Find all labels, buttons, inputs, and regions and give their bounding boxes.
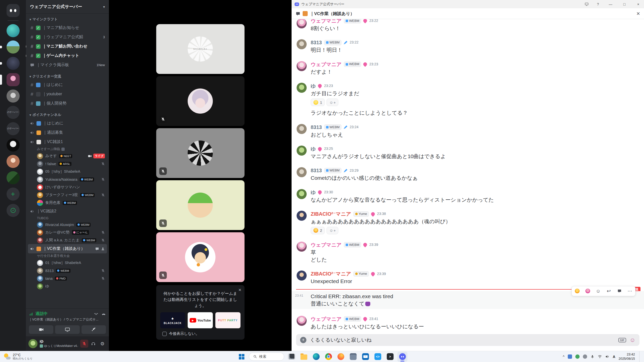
attach-button[interactable]: + (300, 337, 306, 343)
deafen-button[interactable] (89, 340, 97, 348)
avatar[interactable] (297, 124, 307, 134)
avatar[interactable] (297, 242, 307, 252)
user-info[interactable]: ゆ ゆっくりMovieMaker v4.43.1.0をプ... (40, 339, 78, 348)
activity-card-putt-party[interactable]: PUTT PARTY (215, 312, 240, 328)
close-icon[interactable]: × (238, 287, 242, 293)
tray-icon[interactable] (568, 354, 572, 359)
video-tile-4[interactable] (156, 180, 245, 230)
chrome-button[interactable] (324, 352, 334, 362)
server-header[interactable]: ウェブマニア公式サーバー ▾ (26, 0, 109, 14)
username[interactable]: ZIBAClO²⁻マニア (311, 210, 351, 217)
voice-member-misosu[interactable]: みそす NEET ライブ (28, 152, 107, 160)
server-icon[interactable] (7, 40, 20, 54)
channel-mania-news[interactable]: # ✓ ｜マニア鯖お知らせ (28, 23, 107, 32)
mic-tray-icon[interactable] (590, 355, 594, 359)
avatar[interactable] (297, 270, 307, 281)
video-tile-shabelea[interactable]: SHABELEA (156, 24, 245, 74)
hidden-icons-chevron[interactable]: ^ (563, 355, 565, 359)
avatar[interactable] (297, 316, 307, 326)
voice-channel-hajimeni[interactable]: ｜はじめに (28, 119, 107, 128)
discord-home-button[interactable] (7, 4, 20, 17)
quick-reaction-1-button[interactable] (572, 286, 582, 296)
username[interactable]: ゆ (311, 82, 316, 89)
avatar[interactable] (297, 61, 307, 71)
edge-button[interactable] (311, 352, 321, 362)
maximize-button[interactable]: □ (619, 0, 630, 8)
cast-screen-icon[interactable] (582, 0, 591, 8)
voice-member-yukiwara[interactable]: Yukiwara/Nakiwara WEBM (28, 175, 107, 183)
voice-channel-call-recruit[interactable]: ｜通話募集 (28, 128, 107, 137)
username[interactable]: 8313 (311, 124, 322, 131)
settings-button[interactable]: ⚙ (98, 340, 106, 348)
reaction-grin[interactable]: 1 (311, 99, 325, 106)
avatar[interactable] (297, 167, 307, 177)
wifi-icon[interactable] (598, 354, 602, 359)
mail-button[interactable] (360, 352, 371, 362)
avatar[interactable] (297, 83, 307, 93)
video-tile-3[interactable] (156, 128, 245, 178)
avatar[interactable] (297, 189, 307, 199)
voice-channel-path[interactable]: ｜VC作業（雑談あり） / ウェブマニア公式サ... (29, 317, 106, 322)
disconnect-call-icon[interactable] (101, 312, 106, 316)
screen-share-button[interactable] (55, 325, 79, 334)
category-creator[interactable]: ▾ クリエイター交流 (28, 70, 107, 80)
video-tile-2[interactable] (156, 76, 245, 126)
weather-widget[interactable]: 27°C 晴れのちくもり (4, 353, 33, 360)
emoji-picker-button[interactable]: ☺ (630, 337, 635, 343)
avatar[interactable] (297, 211, 307, 221)
volume-icon[interactable] (605, 354, 610, 359)
username[interactable]: ウェブマニア (311, 61, 342, 68)
task-view-button[interactable] (287, 352, 297, 362)
channel-hajimeni[interactable]: # ｜はじめに (28, 80, 107, 89)
username[interactable]: 8313 (311, 39, 322, 46)
channel-inquiry[interactable]: # ✓ ｜マニア鯖お問い合わせ (28, 42, 107, 51)
voice-channel-vc-zatsudan2[interactable]: ｜VC雑談2 (28, 207, 107, 216)
avatar[interactable] (297, 19, 307, 28)
username[interactable]: ウェブマニア (311, 315, 342, 323)
add-reaction-button[interactable]: ☺+ (327, 99, 338, 106)
channel-minecraft-forum[interactable]: ｜マイクラ掲示板 1New (28, 60, 107, 70)
server-icon[interactable] (7, 155, 20, 168)
username[interactable]: ウェブマニア (311, 241, 342, 248)
activities-button[interactable] (82, 325, 106, 334)
channel-official[interactable]: # ✓ ｜ウェブマニア公式鯖 3 (28, 32, 107, 42)
activity-card-youtube[interactable]: ▶ YouTube (188, 312, 213, 328)
add-reaction-button[interactable]: ☺+ (327, 227, 338, 234)
ime-indicator[interactable]: A (613, 355, 615, 359)
minimize-button[interactable]: — (605, 0, 616, 8)
voice-member-curry[interactable]: カレー@VC勢 にゃ〜ん (28, 229, 107, 236)
taskbar-search[interactable]: 検索 (249, 352, 284, 361)
close-chat-icon[interactable]: × (636, 10, 640, 17)
server-icon-selected[interactable] (7, 73, 20, 86)
tray-icon[interactable] (575, 354, 580, 359)
file-explorer-button[interactable] (299, 352, 309, 362)
voice-member-8313[interactable]: 8313 WEBM (28, 267, 107, 275)
explore-servers-button[interactable] (7, 204, 20, 217)
discord-taskbar-button[interactable] (397, 352, 408, 362)
voice-member-butterfee[interactable]: ブタークフィー3世 WEBM (28, 191, 107, 199)
server-icon-text[interactable]: のサーバー (7, 122, 20, 135)
channel-indie-dev[interactable]: # ｜個人開発勢 (28, 99, 107, 108)
category-voice[interactable]: ▾ ボイスチャンネル (28, 108, 107, 119)
voice-member-keizu[interactable]: けいず@サツマハン (28, 183, 107, 191)
start-button[interactable] (237, 352, 247, 362)
quick-reaction-2-button[interactable] (582, 286, 593, 296)
settings-app-button[interactable] (348, 352, 358, 362)
more-actions-button[interactable]: ⋯ (625, 286, 635, 296)
username[interactable]: ZIBAClO²⁻マニア (311, 270, 351, 277)
voice-channel-vc-zatsudan1[interactable]: ｜VC雑談1 (28, 137, 107, 147)
server-icon[interactable] (7, 57, 20, 70)
username[interactable]: ウェブマニア (311, 19, 342, 24)
voice-member-shokuyou[interactable]: 食用色素 WEBM (28, 199, 107, 207)
channel-ingame-chat[interactable]: # ✓ ｜ゲーム内チャット (28, 51, 107, 60)
gif-button[interactable]: GIF (618, 338, 626, 342)
server-icon-text[interactable]: のサーバー (7, 106, 20, 119)
voice-member-01shabelea[interactable]: 01［!shw］ShabeleA (28, 259, 107, 267)
avatar[interactable] (297, 146, 307, 156)
voice-member-ningen[interactable]: 人間 a.k.a. カニたま WEBM (28, 236, 107, 244)
reaction-trophy[interactable]: 2 (311, 227, 325, 234)
noise-suppression-icon[interactable] (94, 312, 98, 316)
server-icon[interactable] (7, 24, 20, 37)
server-icon[interactable] (7, 139, 20, 152)
event-person-icon[interactable] (101, 247, 105, 251)
